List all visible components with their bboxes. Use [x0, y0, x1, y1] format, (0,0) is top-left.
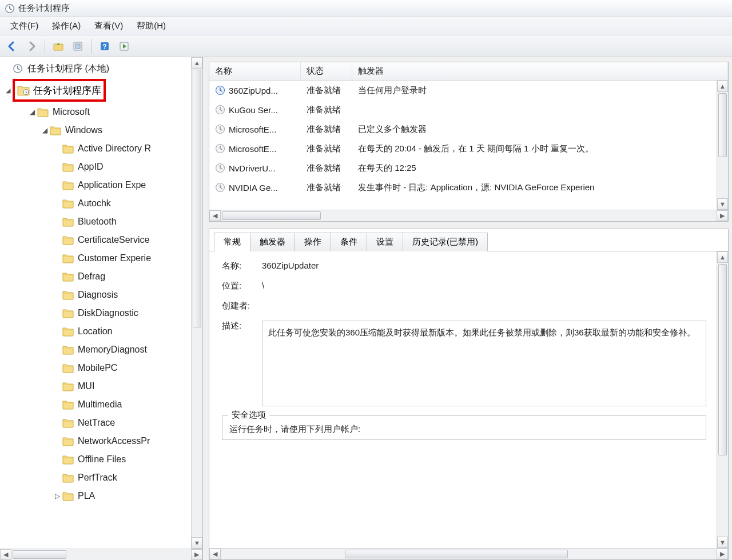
- task-clock-icon: [215, 182, 225, 193]
- tree-library-highlighted[interactable]: 任务计划程序库: [13, 79, 106, 102]
- folder-icon: [62, 490, 74, 502]
- tree-horizontal-scrollbar[interactable]: ◀ ▶: [0, 549, 202, 560]
- task-clock-icon: [215, 85, 225, 95]
- tree-item[interactable]: Diagnosis: [0, 286, 191, 304]
- tree-item[interactable]: Customer Experie: [0, 249, 191, 267]
- task-status: 准备就绪: [301, 124, 352, 135]
- task-row[interactable]: 360ZipUpd...准备就绪当任何用户登录时: [209, 81, 717, 100]
- task-name: MicrosoftE...: [229, 144, 276, 154]
- tree-item[interactable]: AppID: [0, 158, 191, 176]
- tree-item[interactable]: Location: [0, 322, 191, 341]
- task-status: 准备就绪: [301, 163, 352, 174]
- tab-triggers[interactable]: 触发器: [250, 233, 295, 251]
- folder-icon: [62, 417, 74, 429]
- tree-item-label: 任务计划程序 (本地): [27, 63, 109, 75]
- help-button[interactable]: ?: [96, 38, 113, 55]
- forward-button[interactable]: [23, 38, 40, 55]
- tree-item-label: PerfTrack: [78, 473, 117, 483]
- tree-item[interactable]: MemoryDiagnost: [0, 341, 191, 359]
- tree-vertical-scrollbar[interactable]: ▲ ▼: [191, 57, 202, 549]
- list-horizontal-scrollbar[interactable]: ◀ ▶: [209, 210, 728, 221]
- scroll-up-arrow-icon[interactable]: ▲: [717, 81, 728, 92]
- tree-item[interactable]: ▷PLA: [0, 487, 191, 505]
- folder-icon: [62, 198, 74, 209]
- scroll-down-arrow-icon[interactable]: ▼: [192, 537, 202, 549]
- tree-item[interactable]: Multimedia: [0, 395, 191, 414]
- tree-scroll-area[interactable]: 任务计划程序 (本地)◢任务计划程序库◢Microsoft◢WindowsAct…: [0, 57, 191, 549]
- scroll-down-arrow-icon[interactable]: ▼: [717, 198, 728, 210]
- scroll-down-arrow-icon[interactable]: ▼: [717, 537, 728, 548]
- run-button[interactable]: [116, 38, 133, 55]
- task-row[interactable]: MicrosoftE...准备就绪已定义多个触发器: [209, 119, 717, 139]
- tree-item[interactable]: Application Expe: [0, 176, 191, 194]
- menu-file[interactable]: 文件(F): [3, 18, 45, 34]
- security-options-group: 安全选项 运行任务时，请使用下列用户帐户:: [222, 415, 706, 440]
- folder-icon: [62, 271, 74, 282]
- tree-item[interactable]: NetworkAccessPr: [0, 432, 191, 450]
- tree-item-label: NetTrace: [78, 418, 115, 428]
- description-box[interactable]: 此任务可使您安装的360压缩能及时获得最新版本。如果此任务被禁用或删除，则36获…: [262, 321, 706, 406]
- scroll-left-arrow-icon[interactable]: ◀: [0, 549, 11, 560]
- tree-item[interactable]: DiskDiagnostic: [0, 304, 191, 322]
- tree-item-label: Microsoft: [53, 107, 90, 117]
- tree-item[interactable]: Bluetooth: [0, 213, 191, 231]
- scroll-right-arrow-icon[interactable]: ▶: [191, 549, 202, 560]
- tree-item-microsoft[interactable]: ◢Microsoft: [0, 103, 191, 121]
- security-options-legend: 安全选项: [228, 410, 269, 421]
- tree-item[interactable]: NetTrace: [0, 414, 191, 432]
- scroll-left-arrow-icon[interactable]: ◀: [209, 210, 221, 221]
- task-row[interactable]: NvDriverU...准备就绪在每天的 12:25: [209, 158, 717, 178]
- task-row[interactable]: MicrosoftE...准备就绪在每天的 20:04 - 触发后，在 1 天 …: [209, 139, 717, 158]
- detail-vertical-scrollbar[interactable]: ▲ ▼: [717, 251, 728, 548]
- scroll-up-arrow-icon[interactable]: ▲: [717, 251, 728, 263]
- tree-item-windows[interactable]: ◢Windows: [0, 121, 191, 139]
- column-header-name[interactable]: 名称: [209, 62, 301, 80]
- task-row[interactable]: KuGou Ser...准备就绪: [209, 100, 717, 119]
- tree-twisty-icon[interactable]: ▷: [53, 492, 62, 500]
- list-vertical-scrollbar[interactable]: ▲ ▼: [717, 81, 728, 210]
- tree-item-label: Active Directory R: [78, 143, 151, 154]
- column-header-status[interactable]: 状态: [301, 62, 352, 80]
- tab-actions[interactable]: 操作: [295, 233, 331, 251]
- menu-action[interactable]: 操作(A): [45, 18, 87, 34]
- tree-root[interactable]: 任务计划程序 (本地): [0, 59, 191, 78]
- tree-item[interactable]: PerfTrack: [0, 469, 191, 487]
- tree-item[interactable]: MUI: [0, 377, 191, 395]
- tree-twisty-icon[interactable]: ◢: [40, 126, 49, 134]
- app-clock-icon: [5, 3, 15, 14]
- tree-item[interactable]: Autochk: [0, 194, 191, 213]
- back-button[interactable]: [3, 38, 21, 55]
- task-clock-icon: [215, 124, 225, 134]
- task-row[interactable]: NVIDIA Ge...准备就绪发生事件时 - 日志: Application，…: [209, 178, 717, 197]
- tree-twisty-icon[interactable]: ◢: [27, 108, 37, 116]
- menu-view[interactable]: 查看(V): [87, 18, 130, 34]
- tree-item[interactable]: Offline Files: [0, 450, 191, 469]
- tree-item-label: CertificateService: [78, 235, 149, 245]
- task-name: MicrosoftE...: [229, 125, 276, 134]
- properties-button[interactable]: [69, 38, 86, 55]
- detail-horizontal-scrollbar[interactable]: ◀ ▶: [209, 548, 728, 559]
- tab-general[interactable]: 常规: [214, 233, 250, 251]
- tree-twisty-icon[interactable]: ◢: [3, 87, 13, 94]
- tree-item-label: Application Expe: [78, 180, 146, 190]
- label-location: 位置:: [222, 281, 262, 291]
- tab-settings[interactable]: 设置: [367, 233, 403, 251]
- scroll-up-arrow-icon[interactable]: ▲: [192, 57, 202, 69]
- tree-item-label: Location: [78, 326, 113, 337]
- menu-help[interactable]: 帮助(H): [130, 18, 173, 34]
- tree-item[interactable]: Active Directory R: [0, 139, 191, 158]
- value-name: 360ZipUpdater: [262, 261, 706, 271]
- scroll-left-arrow-icon[interactable]: ◀: [209, 549, 221, 559]
- library-folder-icon: [17, 85, 30, 96]
- scroll-right-arrow-icon[interactable]: ▶: [717, 210, 728, 221]
- up-folder-button[interactable]: [50, 38, 67, 55]
- tree-item[interactable]: MobilePC: [0, 359, 191, 377]
- tree-item[interactable]: CertificateService: [0, 231, 191, 249]
- tab-history[interactable]: 历史记录(已禁用): [403, 233, 488, 251]
- column-header-trigger[interactable]: 触发器: [352, 62, 728, 80]
- task-list-body[interactable]: 360ZipUpd...准备就绪当任何用户登录时KuGou Ser...准备就绪…: [209, 81, 717, 210]
- menu-bar: 文件(F) 操作(A) 查看(V) 帮助(H): [0, 17, 732, 35]
- scroll-right-arrow-icon[interactable]: ▶: [717, 549, 728, 559]
- tree-item[interactable]: Defrag: [0, 267, 191, 286]
- tab-conditions[interactable]: 条件: [331, 233, 367, 251]
